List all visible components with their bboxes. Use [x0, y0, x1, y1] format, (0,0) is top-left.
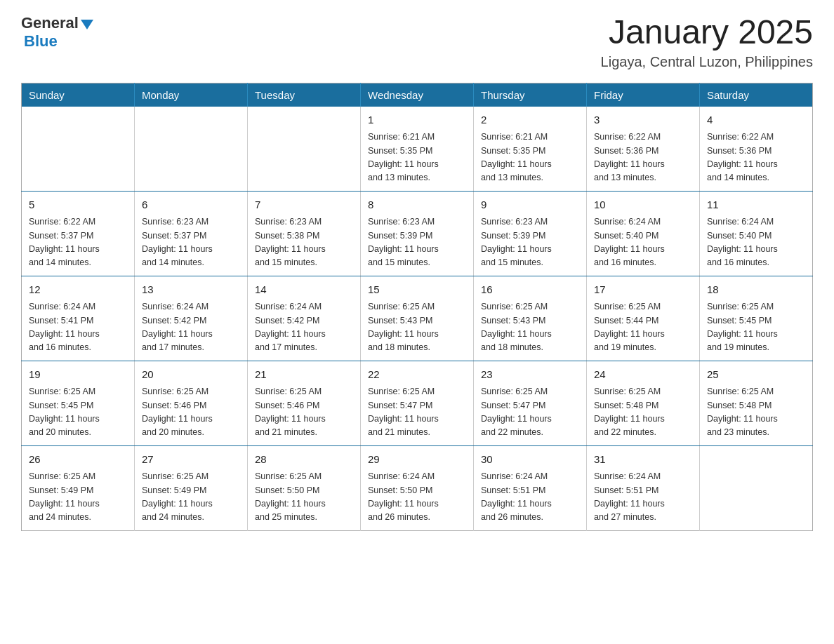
day-info: Sunrise: 6:25 AM Sunset: 5:48 PM Dayligh…	[707, 385, 805, 440]
calendar-cell: 18Sunrise: 6:25 AM Sunset: 5:45 PM Dayli…	[700, 276, 813, 361]
calendar-cell: 22Sunrise: 6:25 AM Sunset: 5:47 PM Dayli…	[361, 361, 474, 445]
day-number: 14	[255, 282, 353, 298]
day-number: 26	[29, 452, 127, 468]
calendar-week-4: 19Sunrise: 6:25 AM Sunset: 5:45 PM Dayli…	[22, 361, 813, 445]
day-number: 13	[142, 282, 240, 298]
day-number: 23	[481, 367, 579, 383]
calendar-cell: 30Sunrise: 6:24 AM Sunset: 5:51 PM Dayli…	[474, 445, 587, 530]
calendar-cell: 25Sunrise: 6:25 AM Sunset: 5:48 PM Dayli…	[700, 361, 813, 445]
day-info: Sunrise: 6:25 AM Sunset: 5:47 PM Dayligh…	[481, 385, 579, 440]
day-info: Sunrise: 6:24 AM Sunset: 5:51 PM Dayligh…	[594, 470, 692, 525]
day-info: Sunrise: 6:24 AM Sunset: 5:40 PM Dayligh…	[594, 215, 692, 270]
calendar-cell: 7Sunrise: 6:23 AM Sunset: 5:38 PM Daylig…	[248, 191, 361, 276]
day-number: 21	[255, 367, 353, 383]
day-number: 9	[481, 197, 579, 213]
day-info: Sunrise: 6:25 AM Sunset: 5:46 PM Dayligh…	[255, 385, 353, 440]
calendar-week-3: 12Sunrise: 6:24 AM Sunset: 5:41 PM Dayli…	[22, 276, 813, 361]
page-header: General Blue January 2025 Ligaya, Centra…	[21, 14, 813, 70]
calendar-cell: 8Sunrise: 6:23 AM Sunset: 5:39 PM Daylig…	[361, 191, 474, 276]
calendar-cell: 24Sunrise: 6:25 AM Sunset: 5:48 PM Dayli…	[587, 361, 700, 445]
day-info: Sunrise: 6:23 AM Sunset: 5:39 PM Dayligh…	[368, 215, 466, 270]
day-info: Sunrise: 6:21 AM Sunset: 5:35 PM Dayligh…	[481, 130, 579, 185]
calendar-header-thursday: Thursday	[474, 83, 587, 107]
calendar-cell: 5Sunrise: 6:22 AM Sunset: 5:37 PM Daylig…	[22, 191, 135, 276]
calendar-header-wednesday: Wednesday	[361, 83, 474, 107]
calendar-cell: 28Sunrise: 6:25 AM Sunset: 5:50 PM Dayli…	[248, 445, 361, 530]
day-info: Sunrise: 6:25 AM Sunset: 5:48 PM Dayligh…	[594, 385, 692, 440]
logo-blue: Blue	[24, 32, 58, 50]
calendar-cell: 13Sunrise: 6:24 AM Sunset: 5:42 PM Dayli…	[135, 276, 248, 361]
day-number: 29	[368, 452, 466, 468]
logo-triangle-icon	[81, 20, 93, 29]
day-number: 17	[594, 282, 692, 298]
day-info: Sunrise: 6:25 AM Sunset: 5:46 PM Dayligh…	[142, 385, 240, 440]
day-number: 5	[29, 197, 127, 213]
day-number: 15	[368, 282, 466, 298]
day-info: Sunrise: 6:23 AM Sunset: 5:39 PM Dayligh…	[481, 215, 579, 270]
day-info: Sunrise: 6:24 AM Sunset: 5:42 PM Dayligh…	[142, 300, 240, 355]
day-info: Sunrise: 6:25 AM Sunset: 5:45 PM Dayligh…	[707, 300, 805, 355]
calendar-cell	[248, 107, 361, 192]
day-info: Sunrise: 6:22 AM Sunset: 5:36 PM Dayligh…	[707, 130, 805, 185]
day-number: 25	[707, 367, 805, 383]
day-number: 30	[481, 452, 579, 468]
day-info: Sunrise: 6:23 AM Sunset: 5:37 PM Dayligh…	[142, 215, 240, 270]
header-right: January 2025 Ligaya, Central Luzon, Phil…	[601, 14, 813, 70]
calendar-header-friday: Friday	[587, 83, 700, 107]
calendar-cell: 3Sunrise: 6:22 AM Sunset: 5:36 PM Daylig…	[587, 107, 700, 192]
calendar-cell: 4Sunrise: 6:22 AM Sunset: 5:36 PM Daylig…	[700, 107, 813, 192]
day-number: 6	[142, 197, 240, 213]
calendar-cell: 20Sunrise: 6:25 AM Sunset: 5:46 PM Dayli…	[135, 361, 248, 445]
day-number: 10	[594, 197, 692, 213]
calendar-week-1: 1Sunrise: 6:21 AM Sunset: 5:35 PM Daylig…	[22, 107, 813, 192]
calendar-cell: 11Sunrise: 6:24 AM Sunset: 5:40 PM Dayli…	[700, 191, 813, 276]
calendar-header-tuesday: Tuesday	[248, 83, 361, 107]
calendar-cell: 1Sunrise: 6:21 AM Sunset: 5:35 PM Daylig…	[361, 107, 474, 192]
logo-general: General	[21, 14, 79, 32]
calendar-week-5: 26Sunrise: 6:25 AM Sunset: 5:49 PM Dayli…	[22, 445, 813, 530]
day-info: Sunrise: 6:25 AM Sunset: 5:47 PM Dayligh…	[368, 385, 466, 440]
calendar-header-row: SundayMondayTuesdayWednesdayThursdayFrid…	[22, 83, 813, 107]
day-info: Sunrise: 6:22 AM Sunset: 5:36 PM Dayligh…	[594, 130, 692, 185]
calendar-cell: 9Sunrise: 6:23 AM Sunset: 5:39 PM Daylig…	[474, 191, 587, 276]
calendar-cell: 19Sunrise: 6:25 AM Sunset: 5:45 PM Dayli…	[22, 361, 135, 445]
day-info: Sunrise: 6:25 AM Sunset: 5:44 PM Dayligh…	[594, 300, 692, 355]
calendar-cell: 29Sunrise: 6:24 AM Sunset: 5:50 PM Dayli…	[361, 445, 474, 530]
day-info: Sunrise: 6:23 AM Sunset: 5:38 PM Dayligh…	[255, 215, 353, 270]
calendar-cell: 26Sunrise: 6:25 AM Sunset: 5:49 PM Dayli…	[22, 445, 135, 530]
day-number: 12	[29, 282, 127, 298]
day-info: Sunrise: 6:22 AM Sunset: 5:37 PM Dayligh…	[29, 215, 127, 270]
day-number: 19	[29, 367, 127, 383]
calendar-cell	[22, 107, 135, 192]
month-title: January 2025	[601, 14, 813, 51]
day-number: 3	[594, 112, 692, 128]
calendar-header-sunday: Sunday	[22, 83, 135, 107]
calendar-cell: 14Sunrise: 6:24 AM Sunset: 5:42 PM Dayli…	[248, 276, 361, 361]
calendar-cell: 16Sunrise: 6:25 AM Sunset: 5:43 PM Dayli…	[474, 276, 587, 361]
day-number: 7	[255, 197, 353, 213]
day-info: Sunrise: 6:24 AM Sunset: 5:41 PM Dayligh…	[29, 300, 127, 355]
day-info: Sunrise: 6:25 AM Sunset: 5:49 PM Dayligh…	[29, 470, 127, 525]
day-info: Sunrise: 6:24 AM Sunset: 5:42 PM Dayligh…	[255, 300, 353, 355]
day-info: Sunrise: 6:24 AM Sunset: 5:40 PM Dayligh…	[707, 215, 805, 270]
calendar-cell: 12Sunrise: 6:24 AM Sunset: 5:41 PM Dayli…	[22, 276, 135, 361]
calendar-cell: 27Sunrise: 6:25 AM Sunset: 5:49 PM Dayli…	[135, 445, 248, 530]
calendar-cell: 6Sunrise: 6:23 AM Sunset: 5:37 PM Daylig…	[135, 191, 248, 276]
day-number: 1	[368, 112, 466, 128]
day-info: Sunrise: 6:25 AM Sunset: 5:43 PM Dayligh…	[368, 300, 466, 355]
calendar-cell: 17Sunrise: 6:25 AM Sunset: 5:44 PM Dayli…	[587, 276, 700, 361]
calendar-header-monday: Monday	[135, 83, 248, 107]
calendar-table: SundayMondayTuesdayWednesdayThursdayFrid…	[21, 83, 813, 531]
logo: General Blue	[21, 14, 93, 51]
calendar-cell: 15Sunrise: 6:25 AM Sunset: 5:43 PM Dayli…	[361, 276, 474, 361]
day-number: 28	[255, 452, 353, 468]
calendar-week-2: 5Sunrise: 6:22 AM Sunset: 5:37 PM Daylig…	[22, 191, 813, 276]
day-info: Sunrise: 6:24 AM Sunset: 5:51 PM Dayligh…	[481, 470, 579, 525]
calendar-cell: 21Sunrise: 6:25 AM Sunset: 5:46 PM Dayli…	[248, 361, 361, 445]
day-number: 31	[594, 452, 692, 468]
day-number: 8	[368, 197, 466, 213]
calendar-header-saturday: Saturday	[700, 83, 813, 107]
day-info: Sunrise: 6:25 AM Sunset: 5:45 PM Dayligh…	[29, 385, 127, 440]
day-number: 20	[142, 367, 240, 383]
day-number: 2	[481, 112, 579, 128]
